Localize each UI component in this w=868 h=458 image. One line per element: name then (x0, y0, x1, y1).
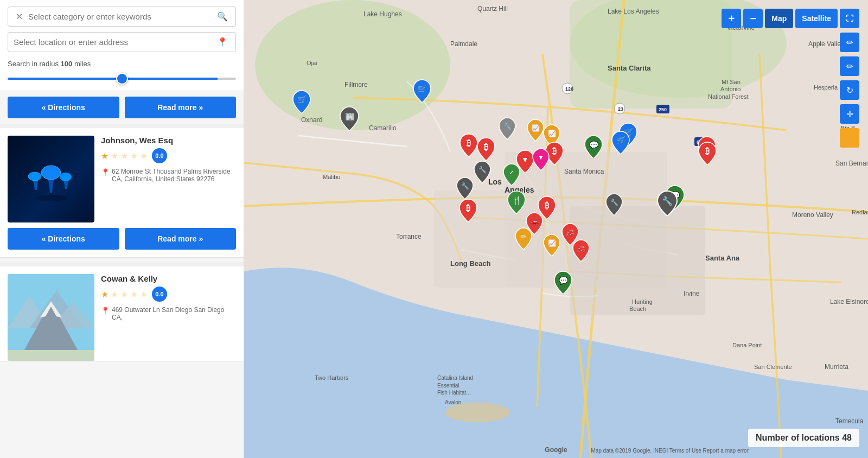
svg-text:Antonio: Antonio (720, 86, 741, 92)
mushroom-svg (18, 147, 84, 212)
address-pin-icon-johnson: 📍 (101, 168, 110, 176)
map-terms: Map data ©2019 Google, INEGI Terms of Us… (591, 448, 749, 454)
location-search-input[interactable] (14, 37, 215, 47)
svg-text:Angeles: Angeles (505, 186, 534, 194)
svg-text:Lake Hughes: Lake Hughes (363, 10, 402, 18)
map-view-button[interactable]: Map (765, 9, 793, 28)
svg-text:Moreno Valley: Moreno Valley (792, 211, 833, 219)
svg-text:Hesperia: Hesperia (814, 84, 838, 91)
map-controls-top-right: + − Map Satellite ⛶ (722, 9, 859, 28)
svg-point-17 (445, 403, 510, 422)
star-1: ★ (101, 151, 108, 161)
mountain-svg (8, 274, 94, 361)
svg-text:Santa Monica: Santa Monica (564, 168, 604, 175)
svg-text:Palmdale: Palmdale (450, 40, 477, 48)
directions-button-johnson[interactable]: « Directions (8, 228, 119, 250)
svg-text:Fillmore: Fillmore (344, 81, 368, 88)
clear-keyword-button[interactable]: ✕ (14, 11, 25, 22)
person-svg (844, 130, 855, 145)
svg-text:Mt San: Mt San (722, 79, 741, 85)
radius-label: Search in radius 100 miles (8, 60, 236, 68)
star-c2: ★ (111, 289, 118, 300)
map-edit-2-button[interactable]: ✏ (840, 56, 859, 76)
mountain-image (8, 274, 94, 361)
panel-separator-1 (0, 124, 244, 128)
svg-point-0 (35, 195, 67, 201)
star-c3: ★ (120, 289, 128, 300)
star-c1: ★ (101, 289, 108, 300)
listing-card-inner-johnson: Johnson, Wes Esq ★ ★ ★ ★ ★ 0.0 📍 62 Monr… (0, 128, 244, 222)
location-pin-icon[interactable]: 📍 (215, 37, 230, 47)
listing-card-johnson: Johnson, Wes Esq ★ ★ ★ ★ ★ 0.0 📍 62 Monr… (0, 128, 244, 258)
svg-text:Catalina Island: Catalina Island (437, 375, 473, 381)
location-count-label: Number of locations (756, 433, 840, 442)
listing-stars-johnson: ★ ★ ★ ★ ★ 0.0 (101, 148, 236, 163)
address-pin-icon-cowan: 📍 (101, 307, 110, 315)
svg-text:605: 605 (697, 139, 705, 145)
move-button[interactable]: ✛ (840, 104, 859, 124)
svg-text:Fish Habitat...: Fish Habitat... (437, 390, 471, 396)
radius-section: Search in radius 100 miles (8, 58, 236, 83)
read-more-button-1[interactable]: Read more » (125, 97, 237, 118)
svg-text:Long Beach: Long Beach (450, 259, 490, 268)
svg-text:Ojai: Ojai (307, 60, 317, 66)
svg-text:Avalon: Avalon (445, 399, 461, 405)
radius-slider[interactable] (8, 78, 236, 80)
svg-text:Torrance: Torrance (396, 233, 422, 240)
svg-text:Beach: Beach (629, 306, 646, 312)
listing-info-cowan: Cowan & Kelly ★ ★ ★ ★ ★ 0.0 📍 469 Outwat… (101, 274, 236, 361)
keyword-search-icon[interactable]: 🔍 (215, 11, 230, 22)
search-section: ✕ 🔍 📍 Search in radius 100 miles (0, 0, 244, 91)
svg-text:National Forest: National Forest (708, 93, 749, 100)
svg-text:Lake Los Angeles: Lake Los Angeles (608, 8, 659, 15)
panel-separator-2 (0, 262, 244, 266)
svg-text:Malibu: Malibu (323, 174, 340, 180)
keyword-search-input[interactable] (28, 12, 215, 21)
listing-image-johnson (8, 136, 94, 222)
left-panel: ✕ 🔍 📍 Search in radius 100 miles « Direc… (0, 0, 244, 458)
zoom-out-button[interactable]: − (743, 9, 763, 28)
rating-badge-johnson: 0.0 (152, 148, 167, 163)
svg-text:San Bernardino: San Bernardino (835, 160, 868, 167)
fullscreen-button[interactable]: ⛶ (840, 9, 859, 28)
star-5: ★ (140, 151, 148, 161)
svg-text:250: 250 (659, 107, 667, 112)
svg-text:Quartz Hill: Quartz Hill (477, 5, 508, 12)
rating-badge-cowan: 0.0 (152, 287, 167, 302)
svg-rect-12 (8, 350, 94, 361)
svg-text:126: 126 (565, 86, 573, 92)
listing-address-johnson: 📍 62 Monroe St Thousand Palms Riverside … (101, 168, 236, 183)
svg-text:Redlands: Redlands (852, 209, 868, 215)
listing-card-inner-cowan: Cowan & Kelly ★ ★ ★ ★ ★ 0.0 📍 469 Outwat… (0, 266, 244, 361)
listing-card-cowan: Cowan & Kelly ★ ★ ★ ★ ★ 0.0 📍 469 Outwat… (0, 266, 244, 361)
svg-text:Hunting: Hunting (632, 298, 653, 305)
mushroom-image (8, 136, 94, 222)
svg-text:Essential: Essential (437, 383, 459, 389)
listing-name-cowan: Cowan & Kelly (101, 274, 236, 283)
star-c4: ★ (130, 289, 138, 300)
star-4: ★ (130, 151, 138, 161)
read-more-button-johnson[interactable]: Read more » (125, 228, 237, 250)
svg-text:Irvine: Irvine (684, 290, 700, 297)
location-search-box: 📍 (8, 32, 236, 52)
listing-image-cowan (8, 274, 94, 361)
svg-text:Murrieta: Murrieta (825, 363, 848, 371)
refresh-button[interactable]: ↻ (840, 80, 859, 100)
directions-button-1[interactable]: « Directions (8, 97, 119, 118)
edit-map-button[interactable]: ✏ (840, 33, 859, 52)
satellite-view-button[interactable]: Satellite (795, 9, 838, 28)
svg-rect-16 (570, 0, 732, 109)
zoom-in-button[interactable]: + (722, 9, 741, 28)
map-section: Lake Hughes Quartz Hill Lake Los Angeles… (244, 0, 868, 458)
person-icon-button[interactable] (840, 128, 859, 148)
svg-text:Apple Valley: Apple Valley (808, 40, 844, 48)
location-count-value: 48 (842, 433, 852, 442)
svg-text:Oxnard: Oxnard (301, 116, 322, 124)
listing-card-buttons-johnson: « Directions Read more » (0, 222, 244, 257)
svg-point-3 (60, 173, 72, 181)
svg-text:23: 23 (618, 106, 623, 112)
listing-name-johnson: Johnson, Wes Esq (101, 136, 236, 145)
svg-text:San Clemente: San Clemente (754, 364, 792, 370)
svg-text:Dana Point: Dana Point (732, 342, 762, 348)
svg-rect-19 (434, 190, 542, 288)
